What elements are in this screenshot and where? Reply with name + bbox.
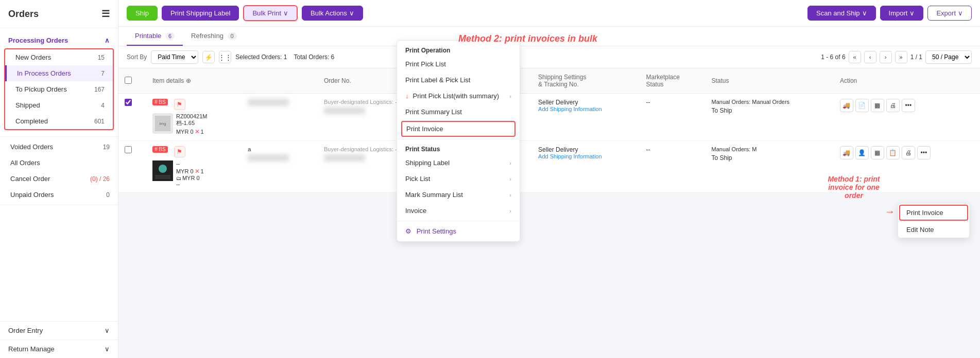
table-body: # BS ⚑ img RZ000421M 档-1.65 — [118, 94, 980, 193]
bulk-print-button[interactable]: Bulk Print ∨ — [243, 5, 298, 21]
row1-print-icon[interactable]: 🖨 — [886, 99, 900, 112]
dropdown-item-pick-list-summary[interactable]: ↓ Print Pick List(with summary) › — [397, 88, 520, 104]
columns-icon[interactable]: ⋮⋮ — [219, 51, 231, 63]
bulk-actions-chevron: ∨ — [349, 9, 354, 17]
row2-to-ship: To Ship — [711, 154, 827, 162]
sidebar-item-shipped[interactable]: Shipped 4 — [5, 97, 113, 113]
row2-print-icon[interactable]: 🖨 — [902, 146, 915, 159]
chevron-up-icon: ∧ — [105, 37, 110, 44]
dropdown-item-invoice-status[interactable]: Invoice › — [397, 203, 520, 219]
row2-truck-icon[interactable]: 🚚 — [840, 146, 853, 159]
last-page-btn[interactable]: » — [895, 51, 907, 63]
row2-doc2-icon[interactable]: 📋 — [886, 146, 900, 159]
tab-refreshing[interactable]: Refreshing 0 — [183, 27, 245, 46]
first-page-btn[interactable]: « — [849, 51, 861, 63]
row1-item-details: # BS ⚑ img RZ000421M 档-1.65 — [146, 94, 242, 141]
row2-checkbox[interactable] — [125, 146, 132, 153]
sidebar-item-return-manage[interactable]: Return Manage ∨ — [0, 339, 118, 358]
shipping-label-arrow: › — [509, 160, 511, 166]
export-chevron: ∨ — [958, 9, 963, 17]
row2-item-info: -- MYR 0 ✕ 1 🗂 MYR 0 — [176, 160, 204, 187]
sidebar-item-completed[interactable]: Completed 601 — [5, 113, 113, 129]
row1-doc-icon[interactable]: 📄 — [855, 99, 869, 112]
tab-printable-label: Printable — [135, 32, 161, 40]
tab-refreshing-count: 0 — [228, 32, 237, 40]
in-process-count: 7 — [101, 70, 105, 77]
invoice-status-label: Invoice — [405, 207, 426, 214]
dropdown-item-print-invoice[interactable]: Print Invoice — [401, 121, 515, 137]
processing-orders-section: Processing Orders ∧ New Orders 15 In Pro… — [0, 28, 118, 134]
summary-list-label: Print Summary List — [405, 108, 462, 116]
sidebar-item-order-entry[interactable]: Order Entry ∨ — [0, 321, 118, 339]
prev-page-btn[interactable]: ‹ — [864, 51, 876, 63]
dropdown-item-shipping-label[interactable]: Shipping Label › — [397, 155, 520, 171]
dropdown-item-print-settings[interactable]: ⚙ Print Settings — [397, 223, 520, 239]
cancel-count: (0) / 26 — [90, 175, 110, 183]
sidebar-divider-1 — [0, 136, 118, 137]
sidebar-item-unpaid[interactable]: Unpaid Orders 0 — [0, 187, 118, 203]
row1-barcode-icon[interactable]: ▦ — [871, 99, 884, 112]
sidebar-item-cancel[interactable]: Cancel Order (0) / 26 — [0, 171, 118, 187]
context-menu-print-invoice[interactable]: Print Invoice — [899, 205, 968, 221]
row1-item-img: img — [152, 113, 173, 134]
sidebar-item-new-orders[interactable]: New Orders 15 — [5, 49, 113, 65]
row2-barcode-icon[interactable]: ▦ — [871, 146, 884, 159]
filter-icon[interactable]: ⚡ — [202, 51, 215, 63]
order-entry-label: Order Entry — [8, 327, 43, 334]
sidebar-item-to-pickup[interactable]: To Pickup Orders 167 — [5, 81, 113, 97]
table-row: # BS ⚑ -- — [118, 141, 980, 193]
row1-more-icon[interactable]: ••• — [902, 99, 915, 112]
scan-ship-label: Scan and Ship — [816, 9, 860, 17]
row2-add-shipping[interactable]: Add Shipping Information — [538, 153, 634, 159]
add-col-icon[interactable]: ⊕ — [186, 77, 191, 84]
per-page-select[interactable]: 50 / Page — [925, 50, 972, 64]
bulk-actions-button[interactable]: Bulk Actions ∨ — [302, 6, 363, 21]
col-recipient — [242, 68, 318, 94]
row1-add-shipping[interactable]: Add Shipping Information — [538, 106, 634, 112]
row2-price2: MYR 0 — [182, 175, 200, 181]
chevron-down-icon-order-entry: ∨ — [105, 327, 110, 334]
dropdown-item-summary-list[interactable]: Print Summary List — [397, 104, 520, 120]
tab-printable[interactable]: Printable 6 — [127, 27, 183, 46]
ship-button[interactable]: Ship — [127, 6, 158, 21]
dropdown-item-label-pick-list[interactable]: Print Label & Pick List — [397, 72, 520, 88]
export-button[interactable]: Export ∨ — [927, 6, 972, 21]
row1-checkbox[interactable] — [125, 99, 132, 106]
import-button[interactable]: Import ∨ — [880, 6, 924, 21]
row2-more-icon[interactable]: ••• — [917, 146, 931, 159]
dropdown-item-pick-list-status[interactable]: Pick List › — [397, 171, 520, 187]
col-status: Status — [705, 68, 833, 94]
row2-action: 🚚 👤 ▦ 📋 🖨 ••• — [834, 141, 980, 193]
processing-orders-header[interactable]: Processing Orders ∧ — [0, 32, 118, 48]
sidebar-item-in-process[interactable]: In Process Orders 7 — [5, 65, 113, 81]
row2-avatar-icon[interactable]: 👤 — [855, 146, 869, 159]
bulk-actions-label: Bulk Actions — [311, 9, 347, 17]
print-shipping-label-button[interactable]: Print Shipping Label — [162, 6, 239, 21]
select-all-checkbox[interactable] — [125, 77, 132, 84]
sidebar-item-all-orders[interactable]: All Orders — [0, 155, 118, 171]
export-label: Export — [936, 9, 956, 17]
print-invoice-label: Print Invoice — [406, 125, 443, 133]
svg-text:img: img — [160, 121, 166, 126]
row1-item-code: RZ000421M — [176, 113, 208, 119]
row1-order-type: Manual Orders: Manual Orders — [711, 99, 827, 105]
row1-truck-icon[interactable]: 🚚 — [840, 99, 853, 112]
dropdown-item-mark-summary[interactable]: Mark Summary List › — [397, 187, 520, 203]
row2-flag[interactable]: ⚑ — [174, 146, 185, 157]
row2-item-img — [152, 160, 173, 181]
tab-printable-count: 6 — [165, 32, 175, 40]
context-menu-edit-note[interactable]: Edit Note — [898, 222, 969, 238]
pick-list-status-label: Pick List — [405, 175, 430, 183]
dropdown-item-pick-list[interactable]: Print Pick List — [397, 56, 520, 72]
menu-icon[interactable]: ☰ — [101, 8, 110, 20]
row1-recipient — [242, 94, 318, 141]
row1-shipping-col: Seller Delivery Add Shipping Information — [532, 94, 640, 141]
row2-cross: ✕ — [195, 168, 200, 175]
voided-count: 19 — [103, 144, 110, 151]
sort-select[interactable]: Paid Time — [151, 50, 198, 64]
pick-list-label: Print Pick List — [405, 60, 446, 68]
sidebar-item-voided[interactable]: Voided Orders 19 — [0, 139, 118, 155]
row1-flag[interactable]: ⚑ — [174, 99, 185, 110]
scan-and-ship-button[interactable]: Scan and Ship ∨ — [807, 6, 876, 21]
next-page-btn[interactable]: › — [880, 51, 892, 63]
